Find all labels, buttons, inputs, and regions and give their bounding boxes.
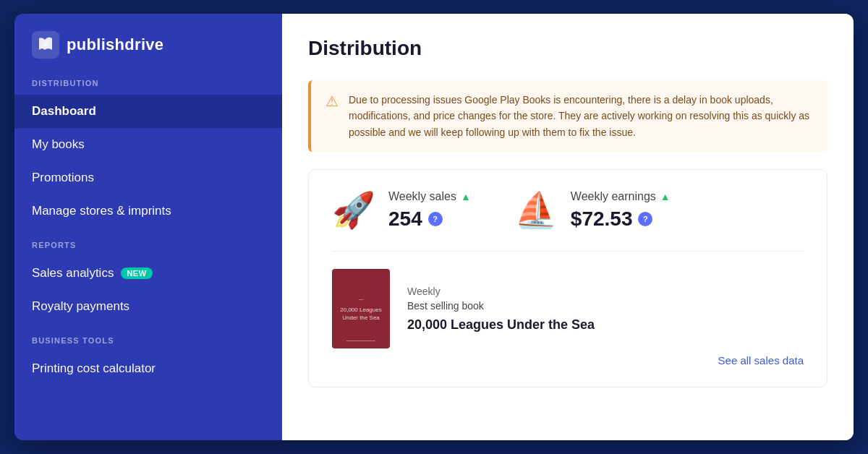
sales-trend-up-icon: ▲ <box>461 191 471 202</box>
book-sublabel: Best selling book <box>407 300 804 312</box>
weekly-earnings-help-icon[interactable]: ? <box>638 212 652 226</box>
sidebar-item-my-books[interactable]: My books <box>14 128 282 161</box>
stats-row: 🚀 Weekly sales ▲ 254 ? <box>332 190 804 231</box>
page-title: Distribution <box>308 37 827 60</box>
weekly-earnings-info: Weekly earnings ▲ $72.53 ? <box>571 190 671 231</box>
sidebar-item-promotions[interactable]: Promotions <box>14 161 282 194</box>
earnings-trend-up-icon: ▲ <box>660 191 671 202</box>
weekly-sales-label: Weekly sales ▲ <box>388 190 471 203</box>
publishdrive-logo-icon <box>32 31 59 59</box>
main-content: Distribution ⚠ Due to processing issues … <box>282 14 854 440</box>
alert-text: Due to processing issues Google Play Boo… <box>349 92 813 140</box>
weekly-sales-help-icon[interactable]: ? <box>428 212 443 226</box>
weekly-sales-value: 254 ? <box>388 207 471 231</box>
warning-icon: ⚠ <box>326 93 339 110</box>
main-inner: Distribution ⚠ Due to processing issues … <box>282 14 854 440</box>
logo-area: publishdrive <box>14 14 282 79</box>
weekly-sales-info: Weekly sales ▲ 254 ? <box>388 190 471 231</box>
stats-card: 🚀 Weekly sales ▲ 254 ? <box>308 169 827 387</box>
sidebar-item-royalty-payments[interactable]: Royalty payments <box>14 290 282 323</box>
section-label-reports: Reports <box>14 241 282 257</box>
best-book-section: — 20,000 Leagues Under the Sea Weekly Be… <box>332 251 804 348</box>
weekly-sales-block: 🚀 Weekly sales ▲ 254 ? <box>332 190 471 231</box>
weekly-earnings-block: ⛵ Weekly earnings ▲ $72.53 ? <box>514 190 671 231</box>
book-cover-text: — 20,000 Leagues Under the Sea <box>332 291 390 326</box>
nav-section-distribution: Distribution Dashboard My books Promotio… <box>14 79 282 228</box>
nav-section-reports: Reports Sales analytics NEW Royalty paym… <box>14 241 282 323</box>
logo-text: publishdrive <box>67 35 163 54</box>
section-label-distribution: Distribution <box>14 79 282 95</box>
see-all-sales-link[interactable]: See all sales data <box>332 354 804 367</box>
earnings-icon: ⛵ <box>514 193 558 228</box>
sidebar-item-manage-stores[interactable]: Manage stores & imprints <box>14 194 282 228</box>
svg-point-1 <box>43 42 48 46</box>
section-label-business-tools: Business Tools <box>14 336 282 352</box>
book-title: 20,000 Leagues Under the Sea <box>407 317 804 333</box>
sidebar-item-sales-analytics[interactable]: Sales analytics NEW <box>14 257 282 290</box>
sidebar-nav: Distribution Dashboard My books Promotio… <box>14 79 282 440</box>
book-cover: — 20,000 Leagues Under the Sea <box>332 269 390 348</box>
app-container: publishdrive Distribution Dashboard My b… <box>14 14 854 440</box>
nav-section-business-tools: Business Tools Printing cost calculator <box>14 336 282 385</box>
book-info: Weekly Best selling book 20,000 Leagues … <box>407 286 804 333</box>
sidebar: publishdrive Distribution Dashboard My b… <box>14 14 282 440</box>
rocket-icon: 🚀 <box>332 193 375 228</box>
sidebar-item-dashboard[interactable]: Dashboard <box>14 95 282 128</box>
book-period: Weekly <box>407 286 804 297</box>
new-badge: NEW <box>121 267 152 279</box>
sidebar-item-printing-cost[interactable]: Printing cost calculator <box>14 352 282 385</box>
weekly-earnings-value: $72.53 ? <box>571 207 671 231</box>
weekly-earnings-label: Weekly earnings ▲ <box>571 190 671 203</box>
alert-banner: ⚠ Due to processing issues Google Play B… <box>308 80 827 152</box>
